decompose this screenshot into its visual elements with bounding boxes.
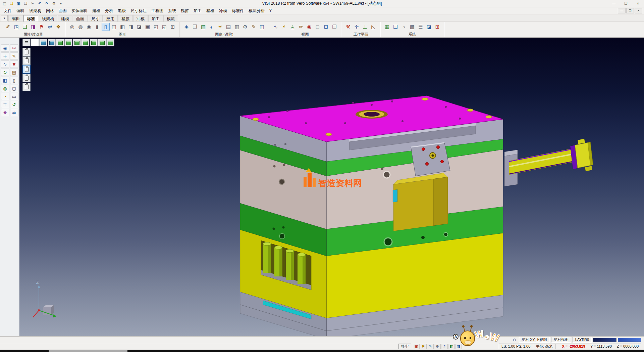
img-shade-icon[interactable]: ◐: [208, 23, 216, 31]
rotate-icon[interactable]: ↻: [1, 69, 9, 76]
sys-panel-icon[interactable]: ❑: [391, 23, 399, 31]
gfx-split-icon[interactable]: ◫: [110, 23, 118, 31]
gfx-half-left-icon[interactable]: ◧: [118, 23, 126, 31]
settings-icon[interactable]: ⚙: [51, 1, 57, 6]
menu-item[interactable]: 塑模: [204, 7, 217, 14]
viewport-3d[interactable]: Z 智造资料网 ☰: [0, 38, 644, 336]
view-cube-front-icon[interactable]: [56, 39, 64, 46]
pencil-icon[interactable]: ✎: [10, 52, 18, 60]
save-icon[interactable]: ▣: [15, 1, 22, 6]
mdi-close-button[interactable]: ✕: [635, 8, 642, 13]
tee-icon[interactable]: ⊤: [1, 101, 9, 108]
ribbon-tab[interactable]: 编辑: [8, 15, 23, 21]
wp-axis-icon[interactable]: ✛: [353, 23, 361, 31]
img-light-icon[interactable]: ☀: [216, 23, 224, 31]
menu-item[interactable]: 电极: [115, 7, 128, 14]
gfx-stack-icon[interactable]: ◉: [85, 23, 93, 31]
tab-dropdown-button[interactable]: ▾: [1, 15, 8, 21]
open-icon[interactable]: ❏: [8, 1, 15, 6]
blank-page-icon[interactable]: ▢: [10, 85, 18, 92]
minimize-button[interactable]: —: [608, 0, 620, 7]
attr-mask-icon[interactable]: ◨: [29, 23, 37, 31]
redo-icon[interactable]: ↷: [44, 1, 50, 6]
gfx-quad2-icon[interactable]: ◱: [160, 23, 168, 31]
filter-solids-icon[interactable]: [22, 65, 31, 74]
view-cube-bottom-icon[interactable]: [90, 39, 98, 46]
sheet-icon[interactable]: ▯: [10, 77, 18, 84]
menu-item[interactable]: 加工: [191, 7, 204, 14]
units-readout[interactable]: 单位: 毫米: [533, 344, 555, 349]
curve-icon[interactable]: ∿: [1, 60, 9, 68]
menu-item[interactable]: 实体编辑: [69, 7, 90, 14]
mdi-restore-button[interactable]: ❐: [626, 8, 634, 13]
view-cube-left-icon[interactable]: [73, 39, 81, 46]
menu-item[interactable]: 分析: [103, 7, 115, 14]
trim-icon[interactable]: ✂: [10, 44, 18, 52]
gfx-quad-icon[interactable]: ◰: [152, 23, 160, 31]
filter-wires-icon[interactable]: [22, 83, 31, 91]
ribbon-tab[interactable]: 塑膜: [118, 15, 133, 21]
wp-perp-icon[interactable]: ⊥: [361, 23, 369, 31]
gfx-grid-icon[interactable]: ⊞: [169, 23, 177, 31]
attr-swap-icon[interactable]: ⇄: [46, 23, 54, 31]
view-target-icon[interactable]: ◉: [305, 23, 313, 31]
view-box-icon[interactable]: ◻: [314, 23, 322, 31]
menu-item[interactable]: 编辑: [14, 7, 27, 14]
gfx-bar-icon[interactable]: ▮: [93, 23, 101, 31]
menu-item[interactable]: 冲模: [217, 7, 229, 14]
view-cube-right-icon[interactable]: [81, 39, 89, 46]
absolute-view-cell[interactable]: 绝对视图: [551, 337, 571, 343]
attr-layers-icon[interactable]: ❏: [21, 23, 29, 31]
menu-item[interactable]: 视窗: [178, 7, 191, 14]
menu-item[interactable]: 文件: [1, 7, 14, 14]
sys-table-icon[interactable]: ⊞: [433, 23, 441, 31]
view-cube-top-icon[interactable]: [48, 39, 56, 46]
img-render-icon[interactable]: ◈: [182, 23, 191, 31]
qat-more-icon[interactable]: ▾: [58, 1, 64, 6]
ribbon-tab[interactable]: 曲面: [73, 15, 88, 21]
ribbon-tab[interactable]: 建模: [58, 15, 72, 21]
snap-lock-cell[interactable]: 拴牢: [398, 344, 411, 349]
export-icon[interactable]: ⇄: [10, 109, 18, 116]
mdi-minimize-button[interactable]: —: [618, 8, 626, 13]
ribbon-tab[interactable]: 加工: [148, 15, 163, 21]
view-frame-icon[interactable]: ❒: [330, 23, 338, 31]
img-window-icon[interactable]: ❐: [191, 23, 199, 31]
filter-all-icon[interactable]: [22, 48, 31, 56]
view-cube-iso-icon[interactable]: [39, 39, 47, 46]
menu-item[interactable]: ?: [267, 7, 274, 14]
menu-item[interactable]: 尺寸标注: [128, 7, 149, 14]
active-layer-cell[interactable]: LAYER0: [573, 337, 592, 343]
sys-list-icon[interactable]: ☰: [417, 23, 425, 31]
gfx-frame-icon[interactable]: ▯: [102, 23, 110, 31]
sys-shade-icon[interactable]: ◪: [425, 23, 433, 31]
attr-filter-icon[interactable]: ◳: [12, 23, 20, 31]
snap-gear-icon[interactable]: ⚙: [434, 344, 441, 349]
menu-item[interactable]: 模流分析: [246, 7, 267, 14]
undo-icon[interactable]: ↶: [37, 1, 43, 6]
view-cube-iso2-icon[interactable]: [98, 39, 106, 46]
attr-style-icon[interactable]: ❖: [54, 23, 62, 31]
zoom-icon[interactable]: ◉: [1, 44, 9, 52]
img-settings-icon[interactable]: ⚙: [241, 23, 249, 31]
new-doc-icon[interactable]: ▢: [1, 1, 8, 6]
attr-flag-icon[interactable]: ⚑: [38, 23, 46, 31]
filter-surfaces-icon[interactable]: [22, 74, 31, 82]
gfx-cylinder-icon[interactable]: ◎: [68, 23, 76, 31]
menu-item[interactable]: 工程图: [149, 7, 166, 14]
img-annotate-icon[interactable]: ✎: [250, 23, 258, 31]
view-mode-cell[interactable]: 绝对 XY 上视图: [519, 337, 550, 343]
ribbon-tab[interactable]: 尺寸: [88, 15, 103, 21]
menu-item[interactable]: 曲面: [56, 7, 69, 14]
sys-clock-icon[interactable]: ◔: [400, 23, 408, 31]
menu-item[interactable]: 系统: [166, 7, 178, 14]
snap-edit-icon[interactable]: ✎: [427, 344, 434, 349]
wp-hammer-icon[interactable]: ⚒: [344, 23, 352, 31]
view-flash-icon[interactable]: ⚡: [280, 23, 288, 31]
print-icon[interactable]: ❒: [22, 1, 29, 6]
view-sketch-icon[interactable]: ✏: [297, 23, 305, 31]
solid-icon[interactable]: ◧: [1, 77, 9, 84]
palette-icon[interactable]: ❖: [1, 109, 9, 116]
viewbar-menu-icon[interactable]: ☰: [22, 39, 31, 46]
ruler-icon[interactable]: ▭: [10, 93, 18, 100]
